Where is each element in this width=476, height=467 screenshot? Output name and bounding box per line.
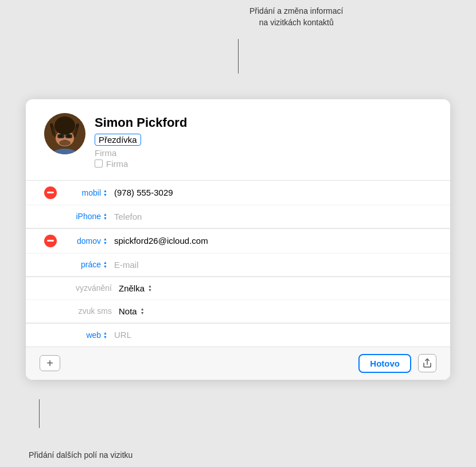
field-row-vyzvaneni: vyzvánění Znělka ▲ ▼ <box>26 277 450 300</box>
company-checkbox[interactable] <box>95 159 103 168</box>
contact-name: Simon Pickford <box>95 115 432 130</box>
selector-up: ▲ <box>148 284 152 288</box>
selector-up: ▲ <box>141 307 145 311</box>
contact-card: Simon Pickford Přezdívka Firma Firma mob… <box>26 99 450 380</box>
iphone-label[interactable]: iPhone ▲ ▼ <box>66 212 112 221</box>
iphone-label-text: iPhone <box>76 212 101 221</box>
prace-placeholder[interactable]: E-mail <box>114 260 432 270</box>
mobil-label-text: mobil <box>82 188 101 197</box>
iphone-stepper[interactable]: ▲ ▼ <box>103 212 107 220</box>
done-button[interactable]: Hotovo <box>358 354 411 373</box>
remove-mobil-button[interactable] <box>44 186 57 199</box>
mobil-stepper[interactable]: ▲ ▼ <box>103 189 107 197</box>
stepper-down: ▼ <box>103 216 107 220</box>
vyzvaneni-selector[interactable]: Znělka ▲ ▼ <box>119 283 152 293</box>
domov-stepper[interactable]: ▲ ▼ <box>103 237 107 245</box>
web-label-text: web <box>86 330 101 340</box>
stepper-up: ▲ <box>103 260 107 264</box>
prace-label[interactable]: práce ▲ ▼ <box>66 260 112 269</box>
field-row-zvuksms: zvuk sms Nota ▲ ▼ <box>26 300 450 323</box>
top-annotation: Přidání a změna informací na vizitkách k… <box>249 6 343 28</box>
company-row: Firma <box>95 159 432 169</box>
bottom-annotation-text: Přidání dalších polí na vizitku <box>29 450 132 460</box>
vyzvaneni-stepper[interactable]: ▲ ▼ <box>148 284 152 292</box>
svg-point-2 <box>54 116 75 135</box>
web-label[interactable]: web ▲ ▼ <box>66 330 112 340</box>
stepper-up: ▲ <box>103 237 107 241</box>
vyzvaneni-value: Znělka <box>119 283 145 293</box>
annotation-line-bottom <box>39 399 40 428</box>
field-row-iphone: iPhone ▲ ▼ Telefon <box>26 205 450 228</box>
remove-icon <box>47 240 54 242</box>
annotation-line2: na vizitkách kontaktů <box>259 18 334 27</box>
field-row-mobil: mobil ▲ ▼ (978) 555-3029 <box>26 181 450 205</box>
nickname-field[interactable]: Přezdívka <box>95 134 141 146</box>
svg-rect-9 <box>57 134 64 138</box>
stepper-up: ▲ <box>103 189 107 193</box>
zvuksms-selector[interactable]: Nota ▲ ▼ <box>119 306 145 316</box>
field-row-prace: práce ▲ ▼ E-mail <box>26 254 450 277</box>
zvuksms-stepper[interactable]: ▲ ▼ <box>141 307 145 315</box>
stepper-down: ▼ <box>103 241 107 245</box>
selector-down: ▼ <box>148 288 152 292</box>
domov-label[interactable]: domov ▲ ▼ <box>66 236 112 246</box>
stepper-down: ▼ <box>103 264 107 268</box>
stepper-down: ▼ <box>103 193 107 197</box>
avatar <box>44 113 85 154</box>
prace-label-text: práce <box>81 260 101 269</box>
remove-domov-button[interactable] <box>44 235 57 247</box>
done-label: Hotovo <box>370 359 400 368</box>
svg-point-12 <box>59 140 71 146</box>
field-row-web: web ▲ ▼ URL <box>26 324 450 347</box>
domov-value[interactable]: spickford26@icloud.com <box>114 236 432 246</box>
mobil-value[interactable]: (978) 555-3029 <box>114 188 432 197</box>
domov-label-text: domov <box>77 236 101 246</box>
web-stepper[interactable]: ▲ ▼ <box>103 331 107 339</box>
card-footer: + Hotovo <box>26 347 450 380</box>
share-icon <box>422 358 432 368</box>
footer-right: Hotovo <box>358 354 436 373</box>
zvuksms-label: zvuk sms <box>66 306 112 316</box>
card-header: Simon Pickford Přezdívka Firma Firma <box>26 99 450 180</box>
remove-icon <box>47 192 54 193</box>
field-row-domov: domov ▲ ▼ spickford26@icloud.com <box>26 229 450 254</box>
add-icon: + <box>46 357 53 370</box>
svg-rect-10 <box>65 134 72 138</box>
annotation-line-top <box>238 39 239 73</box>
web-placeholder[interactable]: URL <box>114 330 432 340</box>
selector-down: ▼ <box>141 311 145 315</box>
stepper-up: ▲ <box>103 331 107 335</box>
add-field-button[interactable]: + <box>40 355 60 371</box>
fields-section: mobil ▲ ▼ (978) 555-3029 iPhone ▲ ▼ Tele… <box>26 181 450 347</box>
iphone-placeholder[interactable]: Telefon <box>114 212 432 221</box>
share-button[interactable] <box>418 354 436 372</box>
contact-info: Simon Pickford Přezdívka Firma Firma <box>95 113 432 169</box>
stepper-down: ▼ <box>103 335 107 339</box>
stepper-up: ▲ <box>103 212 107 216</box>
company-label: Firma <box>106 159 128 169</box>
zvuksms-value: Nota <box>119 306 137 316</box>
vyzvaneni-label: vyzvánění <box>66 283 112 293</box>
firma-placeholder1[interactable]: Firma <box>95 148 432 158</box>
annotation-line1: Přidání a změna informací <box>249 6 343 15</box>
bottom-annotation: Přidání dalších polí na vizitku <box>29 450 132 461</box>
prace-stepper[interactable]: ▲ ▼ <box>103 260 107 268</box>
mobil-label[interactable]: mobil ▲ ▼ <box>66 188 112 197</box>
